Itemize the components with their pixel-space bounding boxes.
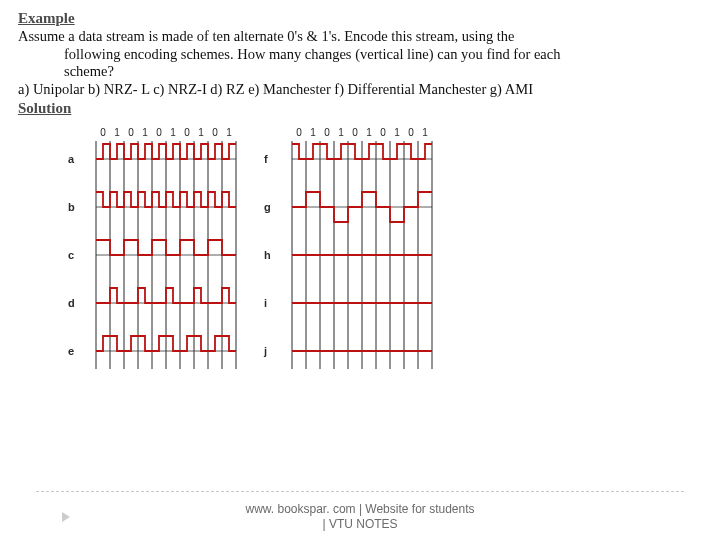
bit-label: 0 bbox=[292, 127, 306, 138]
heading-example: Example bbox=[18, 10, 702, 27]
para-line-3: scheme? bbox=[18, 63, 702, 81]
bit-label: 0 bbox=[124, 127, 138, 138]
row-label-j: j bbox=[264, 345, 267, 357]
para-line-2: following encoding schemes. How many cha… bbox=[18, 46, 702, 64]
row-label-h: h bbox=[264, 249, 271, 261]
bits-header: 0101010101 bbox=[96, 127, 236, 138]
bit-label: 1 bbox=[362, 127, 376, 138]
bit-label: 0 bbox=[208, 127, 222, 138]
bit-label: 0 bbox=[180, 127, 194, 138]
waveform-c bbox=[96, 240, 236, 255]
row-label-c: c bbox=[68, 249, 74, 261]
row-label-b: b bbox=[68, 201, 75, 213]
row-label-i: i bbox=[264, 297, 267, 309]
bits-header: 0101010101 bbox=[292, 127, 432, 138]
bit-label: 1 bbox=[222, 127, 236, 138]
bit-label: 0 bbox=[404, 127, 418, 138]
waveform-b bbox=[96, 192, 236, 207]
bit-label: 1 bbox=[194, 127, 208, 138]
divider bbox=[36, 491, 684, 492]
bit-label: 0 bbox=[320, 127, 334, 138]
row-label-d: d bbox=[68, 297, 75, 309]
bit-label: 0 bbox=[348, 127, 362, 138]
diagram-left-group: 0101010101abcde bbox=[88, 141, 244, 399]
para-line-1: Assume a data stream is made of ten alte… bbox=[18, 28, 702, 46]
bit-label: 0 bbox=[152, 127, 166, 138]
bit-label: 1 bbox=[110, 127, 124, 138]
bit-label: 1 bbox=[418, 127, 432, 138]
bit-label: 0 bbox=[376, 127, 390, 138]
options-line: a) Unipolar b) NRZ- L c) NRZ-I d) RZ e) … bbox=[18, 81, 702, 99]
waveform-d bbox=[96, 288, 236, 303]
bit-label: 1 bbox=[390, 127, 404, 138]
bit-label: 1 bbox=[334, 127, 348, 138]
bit-label: 1 bbox=[166, 127, 180, 138]
footer-line-2: | VTU NOTES bbox=[0, 517, 720, 532]
bit-label: 0 bbox=[96, 127, 110, 138]
footer: www. bookspar. com | Website for student… bbox=[0, 502, 720, 532]
row-label-f: f bbox=[264, 153, 268, 165]
row-label-a: a bbox=[68, 153, 74, 165]
encoding-diagram: 0101010101abcde 0101010101fghij bbox=[18, 117, 702, 399]
row-label-e: e bbox=[68, 345, 74, 357]
heading-solution: Solution bbox=[18, 100, 702, 117]
diagram-right-group: 0101010101fghij bbox=[284, 141, 440, 399]
wave-svg bbox=[88, 141, 244, 399]
waveform-a bbox=[96, 144, 236, 159]
bit-label: 1 bbox=[306, 127, 320, 138]
bit-label: 1 bbox=[138, 127, 152, 138]
footer-line-1: www. bookspar. com | Website for student… bbox=[0, 502, 720, 517]
row-label-g: g bbox=[264, 201, 271, 213]
wave-svg bbox=[284, 141, 440, 399]
